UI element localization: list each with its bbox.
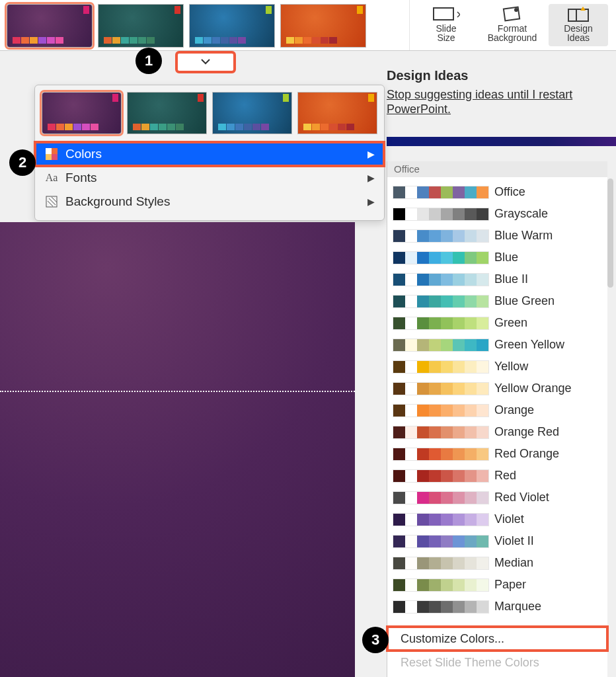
- scheme-name: Median: [494, 556, 533, 570]
- scheme-yellow-orange[interactable]: Yellow Orange: [387, 378, 607, 399]
- scheme-name: Red Violet: [494, 491, 549, 504]
- stop-suggesting-link[interactable]: Stop suggesting ideas until I restart Po…: [387, 87, 608, 116]
- slide-size-button[interactable]: Slide Size: [416, 4, 476, 46]
- slide-preview-band: [387, 137, 616, 146]
- scheme-swatches: [393, 208, 489, 221]
- svg-rect-5: [46, 148, 52, 154]
- scheme-swatches: [393, 338, 489, 352]
- scheme-green-yellow[interactable]: Green Yellow: [387, 334, 607, 356]
- svg-point-2: [514, 8, 518, 12]
- pane-title: Design Ideas: [387, 68, 608, 83]
- scheme-list: OfficeGrayscaleBlue WarmBlueBlue IIBlue …: [387, 177, 607, 627]
- svg-rect-7: [46, 154, 52, 160]
- scheme-name: Violet: [494, 512, 524, 526]
- menu-label: Reset Slide Theme Colors: [401, 656, 539, 670]
- popup-variant-2[interactable]: [127, 92, 207, 134]
- scheme-green[interactable]: Green: [387, 312, 607, 334]
- scheme-name: Paper: [494, 578, 526, 592]
- theme-variant-popup: Colors ▶ Aa Fonts ▶ Background Styles ▶: [34, 85, 385, 221]
- scheme-swatches: [393, 317, 489, 330]
- bg-styles-icon: [44, 194, 59, 209]
- scheme-violet-ii[interactable]: Violet II: [387, 530, 607, 552]
- theme-variant-3[interactable]: [189, 4, 275, 48]
- scheme-marquee[interactable]: Marquee: [387, 596, 607, 617]
- slide-canvas[interactable]: [0, 222, 355, 677]
- scheme-swatches: [393, 186, 489, 199]
- scheme-violet[interactable]: Violet: [387, 508, 607, 530]
- theme-gallery-expand[interactable]: [175, 51, 236, 73]
- scheme-orange[interactable]: Orange: [387, 399, 607, 421]
- scheme-section-header: Office: [387, 161, 607, 177]
- scheme-name: Orange: [494, 403, 534, 417]
- theme-variant-2[interactable]: [98, 4, 184, 48]
- scheme-swatches: [393, 229, 489, 243]
- scheme-swatches: [393, 469, 489, 483]
- design-ideas-pane: Design Ideas Stop suggesting ideas until…: [387, 68, 608, 116]
- scheme-name: Red Orange: [494, 447, 559, 461]
- scheme-yellow[interactable]: Yellow: [387, 356, 607, 378]
- colors-icon: [44, 147, 59, 161]
- scheme-red-orange[interactable]: Red Orange: [387, 443, 607, 465]
- format-background-button[interactable]: Format Background: [482, 4, 542, 46]
- svg-rect-0: [434, 8, 453, 20]
- scheme-swatches: [393, 491, 489, 504]
- popup-variant-3[interactable]: [212, 92, 292, 134]
- menu-colors[interactable]: Colors ▶: [35, 142, 384, 166]
- scheme-grayscale[interactable]: Grayscale: [387, 203, 607, 225]
- scheme-swatches: [393, 404, 489, 417]
- reset-theme-colors: Reset Slide Theme Colors: [387, 651, 607, 674]
- scheme-name: Green Yellow: [494, 338, 564, 352]
- color-schemes-panel: Office OfficeGrayscaleBlue WarmBlueBlue …: [387, 161, 607, 677]
- theme-menu: Colors ▶ Aa Fonts ▶ Background Styles ▶: [35, 139, 384, 220]
- design-ideas-button[interactable]: Design Ideas: [549, 4, 608, 46]
- svg-rect-6: [52, 148, 58, 154]
- menu-label: Customize Colors...: [401, 632, 504, 646]
- annotation-2: 2: [9, 149, 36, 176]
- menu-label: Fonts: [65, 171, 97, 185]
- scheme-name: Marquee: [494, 600, 541, 614]
- scheme-median[interactable]: Median: [387, 552, 607, 574]
- scheme-blue-ii[interactable]: Blue II: [387, 268, 607, 290]
- svg-rect-8: [52, 154, 58, 160]
- scheme-name: Orange Red: [494, 425, 559, 439]
- theme-variant-1[interactable]: [7, 4, 93, 48]
- accent-swatch: [266, 6, 272, 14]
- scheme-red[interactable]: Red: [387, 465, 607, 487]
- scheme-name: Grayscale: [494, 207, 548, 221]
- scheme-blue-green[interactable]: Blue Green: [387, 290, 607, 312]
- annotation-1: 1: [135, 48, 162, 74]
- theme-variant-4[interactable]: [280, 4, 366, 48]
- scheme-swatches: [393, 600, 489, 614]
- menu-fonts[interactable]: Aa Fonts ▶: [35, 166, 384, 190]
- scheme-swatches: [393, 273, 489, 286]
- scheme-blue[interactable]: Blue: [387, 247, 607, 268]
- popup-variant-1[interactable]: [42, 92, 122, 134]
- scheme-paper[interactable]: Paper: [387, 574, 607, 596]
- scheme-orange-red[interactable]: Orange Red: [387, 421, 607, 443]
- chevron-down-icon: [201, 59, 210, 65]
- scheme-swatches: [393, 382, 489, 395]
- scheme-swatches: [393, 426, 489, 439]
- scheme-swatches: [393, 448, 489, 461]
- accent-swatch: [357, 6, 363, 14]
- scheme-name: Yellow: [494, 360, 528, 374]
- scheme-name: Green: [494, 316, 527, 330]
- scheme-blue-warm[interactable]: Blue Warm: [387, 225, 607, 247]
- theme-variant-gallery: [0, 0, 410, 50]
- scheme-red-violet[interactable]: Red Violet: [387, 487, 607, 508]
- fonts-icon: Aa: [44, 171, 59, 185]
- scheme-name: Red: [494, 469, 516, 483]
- scheme-swatches: [393, 513, 489, 526]
- annotation-3: 3: [362, 627, 389, 653]
- menu-background-styles[interactable]: Background Styles ▶: [35, 190, 384, 214]
- scheme-name: Office: [494, 185, 525, 199]
- scrollbar[interactable]: [607, 179, 613, 288]
- scheme-swatches: [393, 251, 489, 264]
- format-bg-icon: [502, 5, 522, 22]
- scheme-swatches: [393, 557, 489, 570]
- scheme-swatches: [393, 578, 489, 592]
- customize-colors[interactable]: Customize Colors...: [387, 627, 607, 651]
- scheme-office[interactable]: Office: [387, 181, 607, 203]
- popup-variant-4[interactable]: [297, 92, 377, 134]
- accent-swatch: [174, 6, 180, 14]
